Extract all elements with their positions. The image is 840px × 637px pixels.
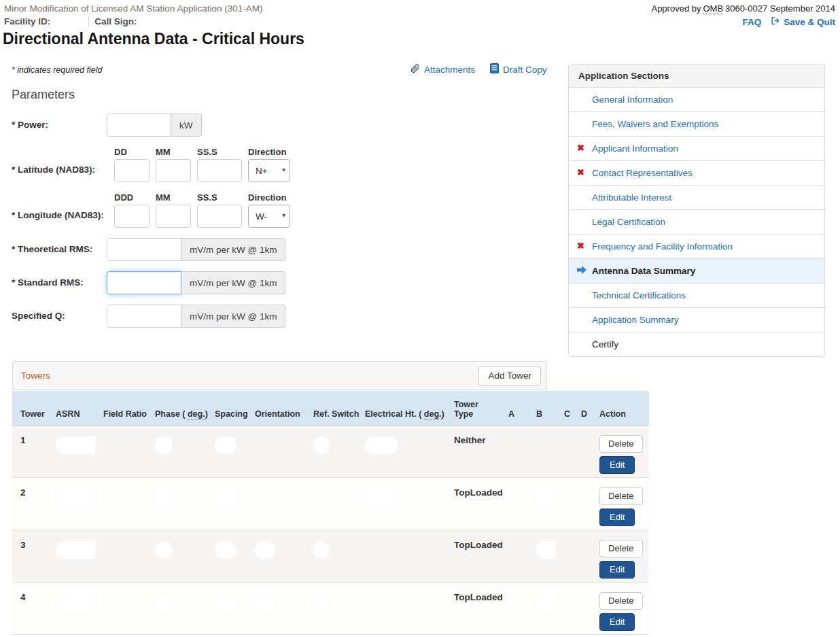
- application-sections-panel: Application Sections General Information…: [568, 64, 825, 357]
- latitude-direction-select[interactable]: N+: [248, 159, 290, 182]
- tower-row: 3TopLoadedDeleteEdit: [12, 530, 649, 582]
- latitude-label: * Latitude (NAD83):: [12, 147, 107, 182]
- cell-redacted: [48, 582, 95, 634]
- section-label[interactable]: Technical Certifications: [592, 290, 686, 300]
- towers-section: Towers Add Tower TowerASRNField RatioPha…: [12, 361, 649, 635]
- standard-rms-label: * Standard RMS:: [12, 271, 107, 294]
- longitude-seconds-input[interactable]: [197, 205, 242, 228]
- column-header: Field Ratio: [95, 391, 147, 425]
- omb-approval-text: Approved byOMB3060-0027 September 2014: [651, 3, 835, 14]
- section-label[interactable]: General Information: [592, 94, 673, 105]
- sign-out-icon: [771, 16, 780, 27]
- section-label[interactable]: Frequency and Facility Information: [592, 241, 733, 252]
- required-field-note: * indicates required field: [12, 65, 102, 75]
- section-label[interactable]: Applicant Information: [592, 143, 678, 154]
- cell-redacted: [147, 530, 207, 582]
- redacted-value: [215, 541, 237, 559]
- latitude-seconds-input[interactable]: [197, 159, 242, 182]
- power-label: * Power:: [12, 114, 107, 137]
- sidebar-item[interactable]: ✖Contact Representatives: [569, 160, 824, 185]
- sidebar-item[interactable]: Fees, Waivers and Exemptions: [569, 111, 824, 136]
- cell-redacted: [207, 477, 247, 530]
- cell-empty: [556, 477, 573, 530]
- latitude-sss-column-label: SS.S: [197, 147, 242, 157]
- top-right-area: Approved byOMB3060-0027 September 2014 F…: [651, 3, 835, 27]
- column-header: Tower Type: [446, 391, 500, 425]
- cell-empty: [500, 530, 528, 582]
- edit-tower-button[interactable]: Edit: [599, 613, 635, 631]
- towers-table-head-row: TowerASRNField RatioPhase ( deg.)Spacing…: [12, 391, 649, 425]
- sidebar-item[interactable]: Technical Certifications: [569, 283, 824, 307]
- sidebar-item[interactable]: Legal Certification: [569, 209, 824, 234]
- cell-empty: [357, 530, 446, 582]
- section-label[interactable]: Application Summary: [592, 315, 679, 325]
- section-label[interactable]: Fees, Waivers and Exemptions: [592, 119, 718, 129]
- longitude-direction-select[interactable]: W-: [248, 205, 290, 228]
- cell-redacted: [48, 477, 95, 530]
- longitude-row: * Longitude (NAD83): DDD MM SS.S Directi…: [12, 192, 317, 228]
- sidebar-item[interactable]: Attributable Interest: [569, 185, 824, 209]
- add-tower-button[interactable]: Add Tower: [478, 366, 541, 385]
- cell-tower-number: 1: [12, 425, 48, 477]
- redacted-value: [365, 436, 398, 454]
- app-title: Minor Modification of Licensed AM Statio…: [4, 3, 262, 14]
- cell-tower-type: TopLoaded: [446, 530, 500, 582]
- cell-empty: [95, 477, 147, 530]
- redacted-value: [313, 436, 330, 454]
- latitude-minutes-input[interactable]: [156, 159, 191, 182]
- standard-rms-input[interactable]: [107, 271, 181, 294]
- sidebar-item[interactable]: ✖Applicant Information: [569, 136, 824, 160]
- draft-copy-label: Draft Copy: [503, 65, 547, 75]
- theoretical-rms-input[interactable]: [107, 238, 181, 261]
- cell-redacted: [147, 582, 207, 634]
- error-x-icon: ✖: [577, 241, 584, 251]
- faq-link[interactable]: FAQ: [742, 17, 761, 27]
- sidebar-item[interactable]: Antenna Data Summary: [569, 258, 824, 283]
- delete-tower-button[interactable]: Delete: [599, 487, 643, 505]
- edit-tower-button[interactable]: Edit: [599, 509, 635, 526]
- cell-redacted: [357, 425, 446, 477]
- redacted-value: [215, 593, 237, 611]
- current-section-arrow-icon: [577, 266, 587, 276]
- section-label[interactable]: Attributable Interest: [592, 192, 671, 203]
- delete-tower-button[interactable]: Delete: [599, 435, 643, 453]
- sidebar-item[interactable]: Application Summary: [569, 307, 824, 332]
- power-input[interactable]: [107, 114, 171, 137]
- draft-copy-icon: [490, 63, 499, 75]
- facility-callsign-row: Facility ID: Call Sign:: [4, 16, 137, 27]
- section-label[interactable]: Legal Certification: [592, 217, 665, 227]
- cell-empty: [500, 477, 528, 530]
- sidebar-item[interactable]: ✖Frequency and Facility Information: [569, 234, 824, 258]
- specified-q-input[interactable]: [107, 305, 181, 328]
- paperclip-icon: [410, 63, 420, 75]
- column-header: B: [528, 391, 556, 425]
- edit-tower-button[interactable]: Edit: [599, 561, 635, 579]
- draft-copy-link[interactable]: Draft Copy: [490, 63, 547, 75]
- redacted-value: [313, 541, 330, 559]
- latitude-mm-column-label: MM: [156, 147, 191, 157]
- cell-redacted: [305, 425, 357, 477]
- cell-actions: DeleteEdit: [591, 477, 649, 530]
- edit-tower-button[interactable]: Edit: [599, 456, 635, 474]
- attachments-link[interactable]: Attachments: [410, 63, 475, 75]
- section-label[interactable]: Antenna Data Summary: [592, 266, 695, 276]
- delete-tower-button[interactable]: Delete: [599, 540, 643, 557]
- sidebar-item[interactable]: General Information: [569, 88, 824, 111]
- cell-tower-type: TopLoaded: [446, 477, 500, 530]
- cell-redacted: [528, 477, 556, 530]
- deg-abbr: deg.: [424, 409, 442, 419]
- longitude-minutes-input[interactable]: [156, 205, 191, 228]
- cell-empty: [556, 530, 573, 582]
- latitude-degrees-input[interactable]: [114, 159, 150, 182]
- section-label[interactable]: Contact Representatives: [592, 168, 693, 178]
- delete-tower-button[interactable]: Delete: [599, 592, 643, 610]
- save-quit-link[interactable]: Save & Quit: [771, 16, 835, 27]
- longitude-label: * Longitude (NAD83):: [12, 192, 107, 228]
- theoretical-rms-unit-addon: mV/m per kW @ 1km: [181, 238, 285, 261]
- cell-redacted: [48, 425, 95, 477]
- cell-empty: [500, 425, 528, 477]
- tower-row: 2TopLoadedDeleteEdit: [12, 477, 649, 530]
- sidebar-item: Certify: [569, 332, 824, 356]
- longitude-degrees-input[interactable]: [114, 205, 150, 228]
- cell-empty: [573, 477, 591, 530]
